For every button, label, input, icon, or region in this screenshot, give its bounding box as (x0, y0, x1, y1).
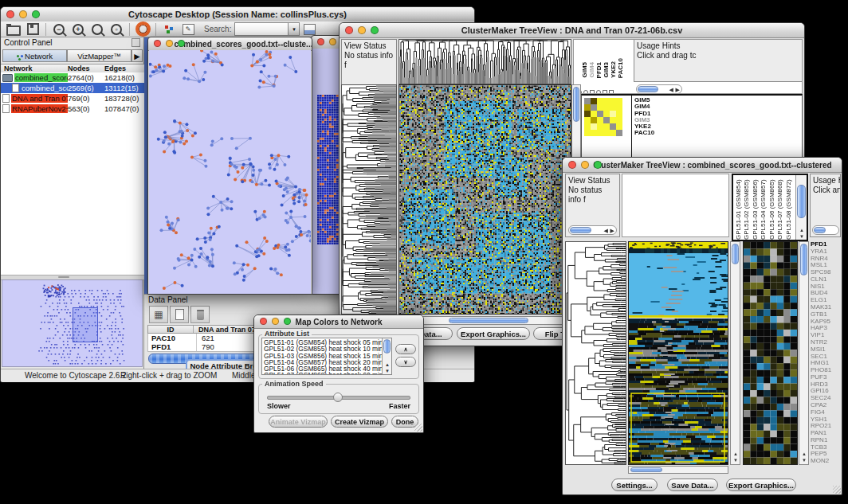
matrix-cell[interactable] (616, 130, 622, 136)
zoom-button[interactable] (284, 318, 291, 325)
grid-network-canvas[interactable] (317, 95, 341, 244)
matrix-cell[interactable] (584, 104, 591, 111)
dialog-titlebar[interactable]: Map Colors to Network (254, 315, 423, 329)
zoom-out-button[interactable]: − (49, 22, 69, 37)
zoom-button[interactable] (594, 161, 602, 169)
attribute-list-item[interactable]: GPL51-07 (GSM868) heat shock 60 min (264, 372, 390, 375)
network-list-item[interactable]: RNAPuberNov2+563(0)107847(0) (1, 104, 144, 114)
tv2-right-scrollbar[interactable]: ▲▼ (799, 241, 809, 465)
matrix-cell[interactable] (603, 98, 610, 104)
matrix-cell[interactable] (584, 123, 591, 130)
tv2-save-data-button[interactable]: Save Data... (667, 479, 718, 491)
import-table-button[interactable] (300, 22, 319, 37)
tv2-hints-scrollbar[interactable] (812, 225, 839, 235)
matrix-cell[interactable] (616, 111, 622, 117)
attribute-listbox[interactable]: GPL51-01 (GSM854) heat shock 05 minGPL51… (261, 338, 392, 375)
close-button[interactable] (6, 10, 14, 18)
close-button[interactable] (568, 161, 576, 169)
zoom-button[interactable] (371, 26, 379, 34)
annotation-button[interactable]: ✎ (179, 22, 198, 37)
data-col-id[interactable]: ID (148, 326, 194, 333)
vizmapper-button[interactable] (159, 22, 179, 37)
resize-grip[interactable] (833, 486, 841, 494)
matrix-cell[interactable] (610, 111, 616, 117)
minimize-button[interactable] (166, 40, 173, 47)
tv1-zoom-matrix[interactable] (584, 98, 622, 136)
network-overview-panel[interactable] (2, 279, 143, 367)
matrix-cell[interactable] (584, 130, 591, 136)
close-button[interactable] (154, 40, 161, 47)
main-titlebar[interactable]: Cytoscape Desktop (Session Name: collins… (1, 7, 474, 22)
matrix-cell[interactable] (616, 117, 622, 123)
create-vizmap-button[interactable]: Create Vizmap (331, 416, 388, 428)
network-view-titlebar[interactable]: combined_scores_good.txt--cluste... (148, 37, 312, 51)
network-overview-canvas[interactable] (2, 280, 142, 366)
matrix-cell[interactable] (610, 130, 616, 136)
save-session-button[interactable] (23, 22, 42, 37)
matrix-cell[interactable] (591, 111, 597, 117)
minimize-button[interactable] (329, 38, 336, 45)
attribute-table-button[interactable]: ▦ (149, 306, 168, 323)
minimize-button[interactable] (19, 10, 27, 18)
matrix-cell[interactable] (597, 104, 603, 111)
matrix-cell[interactable] (591, 130, 597, 136)
matrix-cell[interactable] (603, 104, 610, 111)
treeview1-titlebar[interactable]: ClusterMaker TreeView : DNA and Tran 07-… (340, 23, 804, 38)
matrix-cell[interactable] (610, 104, 616, 111)
search-input[interactable] (234, 22, 289, 36)
matrix-cell[interactable] (591, 123, 597, 130)
tv1-horizontal-scrollbar[interactable] (398, 316, 571, 325)
minimize-button[interactable] (272, 318, 279, 325)
matrix-cell[interactable] (591, 104, 597, 111)
attribute-list-scrollbar[interactable]: ▲▼ (382, 338, 391, 374)
matrix-cell[interactable] (610, 117, 616, 123)
matrix-cell[interactable] (610, 98, 616, 104)
matrix-cell[interactable] (616, 104, 622, 111)
col-network[interactable]: Network (1, 64, 68, 72)
matrix-cell[interactable] (597, 111, 603, 117)
tv2-row-dendrogram[interactable] (565, 241, 626, 465)
network-canvas[interactable] (149, 50, 311, 293)
search-dropdown-arrow[interactable]: ▾ (289, 22, 300, 36)
matrix-cell[interactable] (597, 117, 603, 123)
tv1-row-dendrogram[interactable] (341, 84, 397, 315)
tv2-horizontal-scrollbar[interactable] (628, 466, 728, 474)
close-button[interactable] (345, 26, 353, 34)
network-list-item[interactable]: combined_sco2569(6)13112(15) (1, 83, 144, 93)
move-up-button[interactable]: ∧ (395, 344, 416, 354)
matrix-cell[interactable] (603, 117, 610, 123)
tv1-hints-scrollbar[interactable]: ◀▶ (636, 84, 682, 94)
delete-attribute-button[interactable] (190, 306, 210, 323)
minimize-button[interactable] (358, 26, 366, 34)
matrix-cell[interactable] (584, 111, 591, 117)
matrix-cell[interactable] (603, 130, 610, 136)
network-list-item[interactable]: combined_scores2764(0)16218(0) (1, 72, 144, 83)
tv2-mid-scrollbar[interactable]: ▲▼ (730, 241, 740, 465)
tv2-status-scrollbar[interactable]: ◀▶ (568, 225, 617, 235)
col-edges[interactable]: Edges (104, 64, 141, 72)
matrix-cell[interactable] (616, 123, 622, 130)
matrix-cell[interactable] (603, 123, 610, 130)
tv1-heatmap[interactable] (398, 84, 571, 315)
matrix-cell[interactable] (610, 123, 616, 130)
slider-thumb[interactable] (333, 393, 343, 402)
treeview2-titlebar[interactable]: ClusterMaker TreeView : combined_scores_… (563, 158, 842, 173)
matrix-cell[interactable] (597, 98, 603, 104)
treeview-zoom-icons[interactable] (577, 84, 615, 94)
tv2-labels-scrollbar[interactable]: ▲▼ (795, 175, 807, 240)
matrix-cell[interactable] (584, 98, 591, 104)
tab-vizmapper[interactable]: VizMapper™ (67, 49, 132, 62)
close-button[interactable] (317, 38, 324, 45)
matrix-cell[interactable] (603, 111, 610, 117)
new-attribute-button[interactable] (170, 306, 189, 323)
open-session-button[interactable] (4, 22, 23, 37)
animation-speed-slider[interactable] (267, 396, 410, 400)
tv2-settings-button[interactable]: Settings... (611, 479, 658, 491)
tv2-export-graphics-button[interactable]: Export Graphics... (726, 479, 796, 491)
matrix-cell[interactable] (597, 123, 603, 130)
tv2-zoom-heatmap[interactable] (743, 241, 798, 465)
zoom-button[interactable] (178, 40, 185, 47)
close-button[interactable] (260, 318, 267, 325)
network-view-area[interactable] (149, 50, 311, 294)
help-button[interactable] (133, 22, 152, 37)
